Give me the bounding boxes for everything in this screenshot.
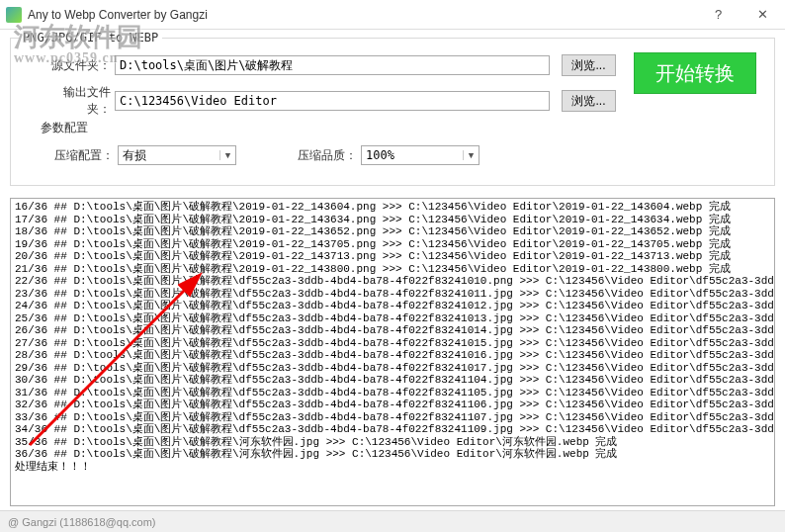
- close-button[interactable]: ✕: [741, 0, 785, 29]
- source-folder-label: 源文件夹：: [41, 57, 115, 74]
- window-title: Any to Webp Converter by Gangzi: [28, 8, 696, 22]
- help-button[interactable]: ?: [696, 0, 741, 29]
- output-folder-label: 输出文件夹：: [41, 84, 115, 118]
- titlebar: Any to Webp Converter by Gangzi ? ✕: [0, 0, 785, 30]
- app-icon: [6, 7, 22, 23]
- output-folder-input[interactable]: [115, 91, 550, 111]
- compress-quality-combo[interactable]: 100% ▼: [361, 145, 480, 165]
- source-folder-input[interactable]: [115, 55, 550, 75]
- start-convert-button[interactable]: 开始转换: [634, 52, 756, 94]
- compress-mode-label: 压缩配置：: [54, 147, 118, 164]
- compress-quality-label: 压缩品质：: [298, 147, 361, 164]
- status-bar: @ Gangzi (1188618@qq.com): [0, 510, 785, 532]
- chevron-down-icon: ▼: [219, 150, 235, 160]
- settings-group: PNG/JPG/GIF to WEBP 源文件夹： 浏览... 输出文件夹： 浏…: [10, 38, 775, 186]
- status-text: @ Gangzi (1188618@qq.com): [8, 516, 156, 528]
- compress-mode-combo[interactable]: 有损 ▼: [118, 145, 236, 165]
- chevron-down-icon: ▼: [463, 150, 479, 160]
- output-browse-button[interactable]: 浏览...: [562, 90, 616, 112]
- config-label: 参数配置: [41, 120, 88, 136]
- source-browse-button[interactable]: 浏览...: [562, 54, 616, 76]
- group-title: PNG/JPG/GIF to WEBP: [19, 31, 162, 44]
- compress-mode-value: 有损: [123, 147, 146, 164]
- log-output[interactable]: 16/36 ## D:\tools\桌面\图片\破解教程\2019-01-22_…: [10, 198, 775, 506]
- compress-quality-value: 100%: [366, 148, 394, 162]
